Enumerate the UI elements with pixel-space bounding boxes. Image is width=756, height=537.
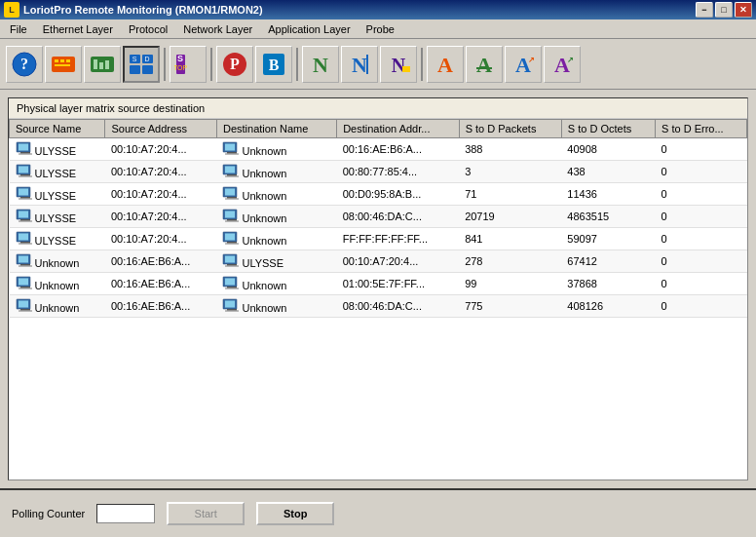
- col-header-dest-addr[interactable]: Destination Addr...: [337, 120, 459, 138]
- svg-rect-13: [130, 65, 140, 74]
- cell-dest-addr: FF:FF:FF:FF:FF...: [337, 228, 459, 250]
- table-row[interactable]: ULYSSE00:10:A7:20:4... UnknownFF:FF:FF:F…: [10, 228, 747, 250]
- svg-text:?: ?: [20, 56, 28, 72]
- cell-dest-addr: 00:10:A7:20:4...: [337, 250, 459, 273]
- table-container[interactable]: Source Name Source Address Destination N…: [9, 119, 747, 479]
- toolbar-app1-button[interactable]: A: [427, 46, 464, 83]
- minimize-button[interactable]: −: [696, 2, 713, 18]
- toolbar-app2-button[interactable]: A: [466, 46, 503, 83]
- svg-rect-67: [225, 221, 239, 222]
- svg-rect-53: [19, 189, 28, 196]
- toolbar-net3-button[interactable]: N: [380, 46, 417, 83]
- toolbar-app4-button[interactable]: A ↗: [544, 46, 581, 83]
- toolbar-app3-button[interactable]: A ↗: [505, 46, 542, 83]
- app-icon: L: [4, 2, 19, 18]
- svg-rect-95: [19, 311, 32, 312]
- toolbar-stats-button[interactable]: S TOP: [170, 46, 207, 83]
- cell-source-name: Unknown: [10, 295, 105, 318]
- col-header-source-name[interactable]: Source Name: [10, 120, 105, 138]
- svg-rect-59: [225, 199, 239, 200]
- toolbar-eth2-button[interactable]: [84, 46, 121, 83]
- cell-errors: 0: [656, 228, 747, 250]
- polling-counter: [96, 504, 155, 523]
- svg-rect-55: [19, 199, 32, 200]
- svg-text:S: S: [177, 54, 183, 63]
- svg-rect-47: [19, 176, 32, 177]
- toolbar-eth1-button[interactable]: [45, 46, 82, 83]
- svg-rect-83: [225, 266, 239, 267]
- toolbar-net2-button[interactable]: N: [341, 46, 378, 83]
- toolbar-separator-1: [164, 48, 166, 81]
- data-panel: Physical layer matrix source destination…: [8, 97, 748, 480]
- title-bar: L LoriotPro Remote Monitoring (RMON1/RMO…: [0, 0, 756, 19]
- maximize-button[interactable]: □: [715, 2, 733, 18]
- cell-dest-name: Unknown: [216, 206, 336, 228]
- svg-rect-98: [227, 309, 237, 311]
- svg-rect-9: [99, 62, 103, 69]
- table-row[interactable]: ULYSSE00:10:A7:20:4... Unknown08:00:46:D…: [10, 206, 747, 228]
- svg-text:N: N: [352, 53, 367, 77]
- svg-rect-79: [19, 266, 32, 267]
- col-header-packets[interactable]: S to D Packets: [459, 120, 561, 138]
- svg-rect-57: [225, 189, 235, 196]
- col-header-octets[interactable]: S to D Octets: [561, 120, 655, 138]
- svg-text:D: D: [144, 56, 149, 62]
- menu-network-layer[interactable]: Network Layer: [175, 21, 260, 37]
- cell-octets: 59097: [561, 228, 655, 250]
- toolbar-net1-button[interactable]: N: [302, 46, 339, 83]
- toolbar-help-button[interactable]: ?: [6, 46, 43, 83]
- table-row[interactable]: ULYSSE00:10:A7:20:4... Unknown00:D0:95:8…: [10, 183, 747, 206]
- svg-rect-90: [227, 287, 237, 288]
- table-row[interactable]: Unknown00:16:AE:B6:A... Unknown08:00:46:…: [10, 295, 747, 318]
- menu-ethernet-layer[interactable]: Ethernet Layer: [35, 21, 121, 37]
- svg-rect-51: [225, 176, 239, 177]
- cell-dest-addr: 01:00:5E:7F:FF...: [337, 273, 459, 295]
- cell-dest-addr: 00:80:77:85:4...: [337, 161, 459, 183]
- svg-rect-14: [142, 65, 153, 74]
- toolbar-protocol-button[interactable]: P: [216, 46, 253, 83]
- cell-octets: 37868: [561, 273, 655, 295]
- cell-dest-addr: 08:00:46:DA:C...: [337, 206, 459, 228]
- col-header-source-addr[interactable]: Source Address: [105, 120, 217, 138]
- cell-source-addr: 00:16:AE:B6:A...: [105, 273, 217, 295]
- cell-source-addr: 00:10:A7:20:4...: [105, 206, 217, 228]
- cell-source-addr: 00:10:A7:20:4...: [105, 228, 217, 250]
- menu-protocol[interactable]: Protocol: [121, 21, 175, 37]
- svg-rect-75: [225, 244, 239, 245]
- svg-rect-93: [19, 301, 28, 308]
- svg-rect-37: [19, 144, 28, 151]
- cell-packets: 775: [459, 295, 561, 318]
- table-row[interactable]: Unknown00:16:AE:B6:A... ULYSSE00:10:A7:2…: [10, 250, 747, 273]
- stop-button[interactable]: Stop: [256, 502, 334, 525]
- cell-source-addr: 00:10:A7:20:4...: [105, 138, 217, 161]
- svg-text:N: N: [313, 53, 328, 77]
- table-row[interactable]: ULYSSE00:10:A7:20:4... Unknown00:16:AE:B…: [10, 138, 747, 161]
- col-header-errors[interactable]: S to D Erro...: [656, 120, 747, 138]
- cell-source-name: Unknown: [10, 273, 105, 295]
- table-row[interactable]: ULYSSE00:10:A7:20:4... Unknown00:80:77:8…: [10, 161, 747, 183]
- menu-file[interactable]: File: [2, 21, 35, 37]
- cell-octets: 408126: [561, 295, 655, 318]
- svg-rect-99: [225, 311, 239, 312]
- svg-text:N: N: [392, 55, 406, 76]
- cell-source-name: Unknown: [10, 250, 105, 273]
- toolbar-eth3-button[interactable]: S D: [123, 46, 160, 83]
- col-header-dest-name[interactable]: Destination Name: [216, 120, 336, 138]
- cell-source-name: ULYSSE: [10, 161, 105, 183]
- menu-probe[interactable]: Probe: [359, 21, 402, 37]
- menu-application-layer[interactable]: Application Layer: [260, 21, 358, 37]
- toolbar-buffer-button[interactable]: B: [255, 46, 292, 83]
- svg-rect-81: [225, 256, 235, 263]
- svg-text:↗: ↗: [567, 56, 574, 64]
- svg-rect-62: [20, 219, 30, 221]
- svg-rect-94: [20, 309, 30, 311]
- cell-dest-name: Unknown: [216, 161, 336, 183]
- start-button[interactable]: Start: [167, 502, 245, 525]
- cell-source-addr: 00:16:AE:B6:A...: [105, 250, 217, 273]
- cell-packets: 99: [459, 273, 561, 295]
- svg-rect-82: [227, 264, 237, 266]
- cell-source-addr: 00:16:AE:B6:A...: [105, 295, 217, 318]
- close-button[interactable]: ✕: [735, 2, 752, 18]
- table-row[interactable]: Unknown00:16:AE:B6:A... Unknown01:00:5E:…: [10, 273, 747, 295]
- window-title: LoriotPro Remote Monitoring (RMON1/RMON2…: [23, 4, 263, 16]
